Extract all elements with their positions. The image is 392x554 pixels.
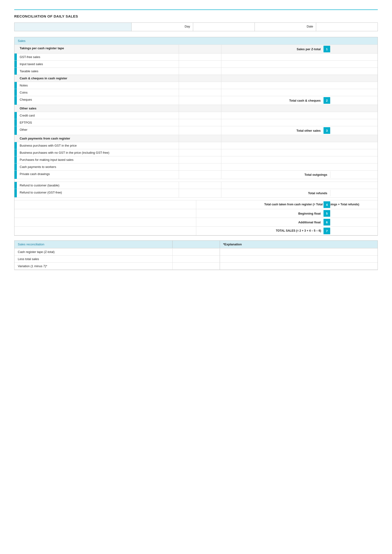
input-taxed-purchases-right-empty xyxy=(221,156,378,163)
taxable-sales-label: Taxable sales xyxy=(17,68,179,75)
eftpos-row: EFTPOS xyxy=(14,119,378,126)
notes-value[interactable] xyxy=(181,83,219,87)
sales-z-total-input[interactable] xyxy=(332,47,376,51)
cash-cheques-header-input xyxy=(179,75,221,82)
total-outgoings-input[interactable] xyxy=(330,172,378,178)
badge-7-input[interactable] xyxy=(330,228,378,234)
notes-input[interactable] xyxy=(179,82,221,89)
less-total-sales-input[interactable] xyxy=(173,256,220,263)
private-drawings-value[interactable] xyxy=(181,172,219,176)
badge-1: 1 xyxy=(323,46,330,52)
cash-register-tape-input[interactable] xyxy=(173,249,220,255)
other-sales-header-row: Other sales xyxy=(14,105,378,112)
total-sales-right: TOTAL SALES (= 2 + 3 + 4 – 5 – 6) 7 xyxy=(196,227,378,235)
gst-free-right-empty xyxy=(221,54,378,60)
biz-no-gst-input[interactable] xyxy=(179,149,221,156)
total-refunds-value[interactable] xyxy=(332,191,376,195)
total-cash-register-input[interactable] xyxy=(332,202,376,207)
badge-5-input[interactable] xyxy=(330,210,378,217)
eftpos-label: EFTPOS xyxy=(17,119,179,126)
cash-register-tape-row: Cash register tape (Z-total) xyxy=(14,248,378,255)
badge-1-input[interactable] xyxy=(330,46,378,52)
other-input[interactable] xyxy=(179,126,221,135)
indent-bar-6 xyxy=(14,96,17,105)
indent-bar xyxy=(14,54,17,60)
refund-gst-free-input[interactable] xyxy=(179,189,221,197)
cash-register-tape-label: Cash register tape (Z-total) xyxy=(14,249,173,255)
other-value[interactable] xyxy=(181,127,219,132)
badge-2-input[interactable] xyxy=(330,97,378,104)
refund-taxable-right-empty xyxy=(221,182,378,189)
additional-float-input[interactable] xyxy=(332,220,376,225)
coins-value[interactable] xyxy=(181,90,219,95)
variation-row: Variation (1 minus 7)* xyxy=(14,263,378,270)
total-outgoings-label: Total outgoings xyxy=(301,172,330,177)
total-outgoings-value[interactable] xyxy=(332,173,376,177)
other-sales-header-input xyxy=(179,105,221,112)
taxable-sales-value[interactable] xyxy=(181,69,219,73)
refund-taxable-value[interactable] xyxy=(181,183,219,187)
eftpos-right-empty xyxy=(221,119,378,126)
header-day-input[interactable] xyxy=(193,23,255,31)
total-cash-left-empty xyxy=(14,200,196,209)
credit-card-input[interactable] xyxy=(179,112,221,119)
cheques-value[interactable] xyxy=(181,97,219,102)
biz-gst-right-empty xyxy=(221,142,378,149)
total-cash-cheques-input[interactable] xyxy=(332,98,376,103)
credit-card-value[interactable] xyxy=(181,113,219,118)
refund-taxable-label: Refund to customer (taxable) xyxy=(17,182,179,189)
top-border xyxy=(14,9,378,10)
taxable-sales-input[interactable] xyxy=(179,68,221,75)
biz-gst-input[interactable] xyxy=(179,142,221,149)
total-other-sales-input[interactable] xyxy=(332,128,376,133)
input-taxed-purchases-value[interactable] xyxy=(181,157,219,162)
date-input[interactable] xyxy=(319,25,375,29)
indent-bar-13 xyxy=(14,163,17,170)
badge-6: 6 xyxy=(323,219,330,225)
cash-workers-input[interactable] xyxy=(179,163,221,170)
cheques-label: Cheques xyxy=(17,96,179,105)
gst-free-sales-input[interactable] xyxy=(179,54,221,60)
total-refunds-input[interactable] xyxy=(330,190,378,196)
input-taxed-sales-input[interactable] xyxy=(179,61,221,68)
cash-register-tape-explanation xyxy=(220,249,378,255)
refund-gst-free-row: Refund to customer (GST-free) Total refu… xyxy=(14,189,378,197)
private-drawings-row: Private cash drawings Total outgoings xyxy=(14,170,378,179)
gst-free-sales-row: GST-free sales xyxy=(14,53,378,60)
refund-taxable-input[interactable] xyxy=(179,182,221,189)
cash-workers-value[interactable] xyxy=(181,164,219,169)
beginning-float-input[interactable] xyxy=(332,211,376,216)
variation-label: Variation (1 minus 7)* xyxy=(14,263,173,270)
day-input[interactable] xyxy=(196,25,252,29)
private-drawings-input[interactable] xyxy=(179,171,221,179)
refund-taxable-row: Refund to customer (taxable) xyxy=(14,182,378,189)
biz-gst-label: Business purchases with GST in the price xyxy=(17,142,179,149)
total-sales-input[interactable] xyxy=(332,229,376,233)
biz-no-gst-value[interactable] xyxy=(181,150,219,155)
indent-bar-14 xyxy=(14,171,17,179)
input-taxed-sales-value[interactable] xyxy=(181,62,219,66)
badge-4-input[interactable] xyxy=(330,201,378,208)
input-taxed-purchases-input[interactable] xyxy=(179,156,221,163)
refund-gst-free-value[interactable] xyxy=(181,190,219,194)
cash-cheques-right-empty xyxy=(221,75,378,82)
coins-input[interactable] xyxy=(179,89,221,96)
credit-card-label: Credit card xyxy=(17,112,179,119)
eftpos-value[interactable] xyxy=(181,120,219,125)
cash-register-tape-value[interactable] xyxy=(175,249,218,254)
other-row: Other Total other sales 3 xyxy=(14,126,378,135)
badge-7: 7 xyxy=(323,228,330,234)
badge-6-input[interactable] xyxy=(330,219,378,225)
less-total-sales-value[interactable] xyxy=(175,256,218,261)
variation-input[interactable] xyxy=(173,263,220,270)
eftpos-input[interactable] xyxy=(179,119,221,126)
cheques-input[interactable] xyxy=(179,96,221,105)
gst-free-sales-value[interactable] xyxy=(181,55,219,59)
reconciliation-table: Sales reconciliation *Explanation Cash r… xyxy=(14,240,378,270)
total-cash-cheques-right: Total cash & cheques 2 xyxy=(221,96,378,105)
header-date-input[interactable] xyxy=(316,23,378,31)
biz-gst-value[interactable] xyxy=(181,143,219,148)
additional-float-row: Additional float 6 xyxy=(14,218,378,226)
variation-value[interactable] xyxy=(175,264,218,268)
badge-3-input[interactable] xyxy=(330,127,378,134)
